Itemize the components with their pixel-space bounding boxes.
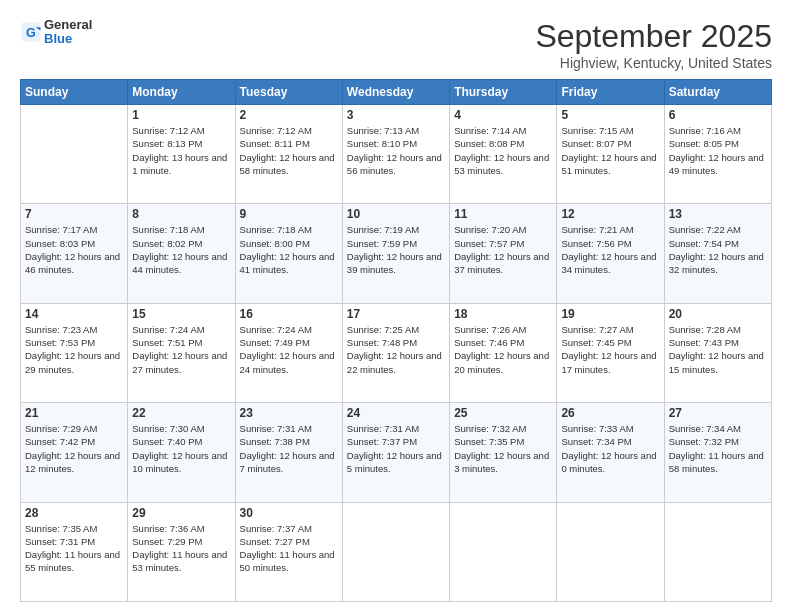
cell-info: Sunrise: 7:18 AMSunset: 8:02 PMDaylight:… <box>132 223 230 276</box>
day-number: 10 <box>347 207 445 221</box>
day-number: 17 <box>347 307 445 321</box>
cell-info: Sunrise: 7:24 AMSunset: 7:49 PMDaylight:… <box>240 323 338 376</box>
cell-info: Sunrise: 7:33 AMSunset: 7:34 PMDaylight:… <box>561 422 659 475</box>
calendar-cell: 21Sunrise: 7:29 AMSunset: 7:42 PMDayligh… <box>21 403 128 502</box>
calendar-cell: 9Sunrise: 7:18 AMSunset: 8:00 PMDaylight… <box>235 204 342 303</box>
logo-general-text: General <box>44 18 92 32</box>
cell-info: Sunrise: 7:36 AMSunset: 7:29 PMDaylight:… <box>132 522 230 575</box>
cell-info: Sunrise: 7:21 AMSunset: 7:56 PMDaylight:… <box>561 223 659 276</box>
calendar-cell: 17Sunrise: 7:25 AMSunset: 7:48 PMDayligh… <box>342 303 449 402</box>
week-row-4: 21Sunrise: 7:29 AMSunset: 7:42 PMDayligh… <box>21 403 772 502</box>
day-number: 26 <box>561 406 659 420</box>
day-number: 22 <box>132 406 230 420</box>
day-number: 16 <box>240 307 338 321</box>
calendar-cell: 23Sunrise: 7:31 AMSunset: 7:38 PMDayligh… <box>235 403 342 502</box>
calendar-cell <box>342 502 449 601</box>
cell-info: Sunrise: 7:31 AMSunset: 7:38 PMDaylight:… <box>240 422 338 475</box>
day-number: 20 <box>669 307 767 321</box>
calendar-cell: 30Sunrise: 7:37 AMSunset: 7:27 PMDayligh… <box>235 502 342 601</box>
cell-info: Sunrise: 7:13 AMSunset: 8:10 PMDaylight:… <box>347 124 445 177</box>
day-number: 24 <box>347 406 445 420</box>
day-number: 18 <box>454 307 552 321</box>
calendar-cell: 26Sunrise: 7:33 AMSunset: 7:34 PMDayligh… <box>557 403 664 502</box>
cell-info: Sunrise: 7:24 AMSunset: 7:51 PMDaylight:… <box>132 323 230 376</box>
calendar-cell: 1Sunrise: 7:12 AMSunset: 8:13 PMDaylight… <box>128 105 235 204</box>
logo: G General Blue <box>20 18 92 47</box>
calendar-cell: 22Sunrise: 7:30 AMSunset: 7:40 PMDayligh… <box>128 403 235 502</box>
day-number: 1 <box>132 108 230 122</box>
week-row-5: 28Sunrise: 7:35 AMSunset: 7:31 PMDayligh… <box>21 502 772 601</box>
calendar-cell <box>664 502 771 601</box>
week-row-2: 7Sunrise: 7:17 AMSunset: 8:03 PMDaylight… <box>21 204 772 303</box>
day-header-tuesday: Tuesday <box>235 80 342 105</box>
cell-info: Sunrise: 7:30 AMSunset: 7:40 PMDaylight:… <box>132 422 230 475</box>
day-number: 4 <box>454 108 552 122</box>
calendar-cell: 19Sunrise: 7:27 AMSunset: 7:45 PMDayligh… <box>557 303 664 402</box>
cell-info: Sunrise: 7:26 AMSunset: 7:46 PMDaylight:… <box>454 323 552 376</box>
cell-info: Sunrise: 7:19 AMSunset: 7:59 PMDaylight:… <box>347 223 445 276</box>
calendar-cell: 15Sunrise: 7:24 AMSunset: 7:51 PMDayligh… <box>128 303 235 402</box>
day-number: 2 <box>240 108 338 122</box>
day-header-monday: Monday <box>128 80 235 105</box>
day-header-sunday: Sunday <box>21 80 128 105</box>
calendar-cell: 28Sunrise: 7:35 AMSunset: 7:31 PMDayligh… <box>21 502 128 601</box>
cell-info: Sunrise: 7:23 AMSunset: 7:53 PMDaylight:… <box>25 323 123 376</box>
day-number: 28 <box>25 506 123 520</box>
day-number: 8 <box>132 207 230 221</box>
day-number: 21 <box>25 406 123 420</box>
cell-info: Sunrise: 7:12 AMSunset: 8:13 PMDaylight:… <box>132 124 230 177</box>
header: G General Blue September 2025 Highview, … <box>20 18 772 71</box>
calendar-cell: 11Sunrise: 7:20 AMSunset: 7:57 PMDayligh… <box>450 204 557 303</box>
cell-info: Sunrise: 7:14 AMSunset: 8:08 PMDaylight:… <box>454 124 552 177</box>
calendar-cell: 20Sunrise: 7:28 AMSunset: 7:43 PMDayligh… <box>664 303 771 402</box>
day-header-thursday: Thursday <box>450 80 557 105</box>
calendar-cell <box>21 105 128 204</box>
calendar-cell: 29Sunrise: 7:36 AMSunset: 7:29 PMDayligh… <box>128 502 235 601</box>
calendar-cell: 24Sunrise: 7:31 AMSunset: 7:37 PMDayligh… <box>342 403 449 502</box>
calendar-cell: 16Sunrise: 7:24 AMSunset: 7:49 PMDayligh… <box>235 303 342 402</box>
day-number: 12 <box>561 207 659 221</box>
day-number: 25 <box>454 406 552 420</box>
calendar-cell: 14Sunrise: 7:23 AMSunset: 7:53 PMDayligh… <box>21 303 128 402</box>
page: G General Blue September 2025 Highview, … <box>0 0 792 612</box>
svg-text:G: G <box>26 26 36 40</box>
cell-info: Sunrise: 7:20 AMSunset: 7:57 PMDaylight:… <box>454 223 552 276</box>
logo-blue-text: Blue <box>44 32 92 46</box>
calendar-cell: 27Sunrise: 7:34 AMSunset: 7:32 PMDayligh… <box>664 403 771 502</box>
cell-info: Sunrise: 7:15 AMSunset: 8:07 PMDaylight:… <box>561 124 659 177</box>
day-number: 3 <box>347 108 445 122</box>
calendar-table: SundayMondayTuesdayWednesdayThursdayFrid… <box>20 79 772 602</box>
cell-info: Sunrise: 7:18 AMSunset: 8:00 PMDaylight:… <box>240 223 338 276</box>
cell-info: Sunrise: 7:12 AMSunset: 8:11 PMDaylight:… <box>240 124 338 177</box>
title-block: September 2025 Highview, Kentucky, Unite… <box>535 18 772 71</box>
cell-info: Sunrise: 7:25 AMSunset: 7:48 PMDaylight:… <box>347 323 445 376</box>
calendar-cell: 18Sunrise: 7:26 AMSunset: 7:46 PMDayligh… <box>450 303 557 402</box>
calendar-cell: 13Sunrise: 7:22 AMSunset: 7:54 PMDayligh… <box>664 204 771 303</box>
cell-info: Sunrise: 7:27 AMSunset: 7:45 PMDaylight:… <box>561 323 659 376</box>
calendar-cell: 5Sunrise: 7:15 AMSunset: 8:07 PMDaylight… <box>557 105 664 204</box>
day-number: 9 <box>240 207 338 221</box>
cell-info: Sunrise: 7:34 AMSunset: 7:32 PMDaylight:… <box>669 422 767 475</box>
cell-info: Sunrise: 7:31 AMSunset: 7:37 PMDaylight:… <box>347 422 445 475</box>
calendar-title: September 2025 <box>535 18 772 55</box>
logo-text: General Blue <box>44 18 92 47</box>
day-number: 13 <box>669 207 767 221</box>
cell-info: Sunrise: 7:35 AMSunset: 7:31 PMDaylight:… <box>25 522 123 575</box>
day-number: 29 <box>132 506 230 520</box>
day-header-friday: Friday <box>557 80 664 105</box>
calendar-cell: 25Sunrise: 7:32 AMSunset: 7:35 PMDayligh… <box>450 403 557 502</box>
day-header-saturday: Saturday <box>664 80 771 105</box>
calendar-cell <box>450 502 557 601</box>
days-header-row: SundayMondayTuesdayWednesdayThursdayFrid… <box>21 80 772 105</box>
day-number: 15 <box>132 307 230 321</box>
day-number: 27 <box>669 406 767 420</box>
calendar-cell: 12Sunrise: 7:21 AMSunset: 7:56 PMDayligh… <box>557 204 664 303</box>
calendar-cell: 6Sunrise: 7:16 AMSunset: 8:05 PMDaylight… <box>664 105 771 204</box>
calendar-cell: 10Sunrise: 7:19 AMSunset: 7:59 PMDayligh… <box>342 204 449 303</box>
logo-icon: G <box>20 21 42 43</box>
calendar-cell: 4Sunrise: 7:14 AMSunset: 8:08 PMDaylight… <box>450 105 557 204</box>
week-row-3: 14Sunrise: 7:23 AMSunset: 7:53 PMDayligh… <box>21 303 772 402</box>
day-number: 14 <box>25 307 123 321</box>
cell-info: Sunrise: 7:37 AMSunset: 7:27 PMDaylight:… <box>240 522 338 575</box>
cell-info: Sunrise: 7:29 AMSunset: 7:42 PMDaylight:… <box>25 422 123 475</box>
